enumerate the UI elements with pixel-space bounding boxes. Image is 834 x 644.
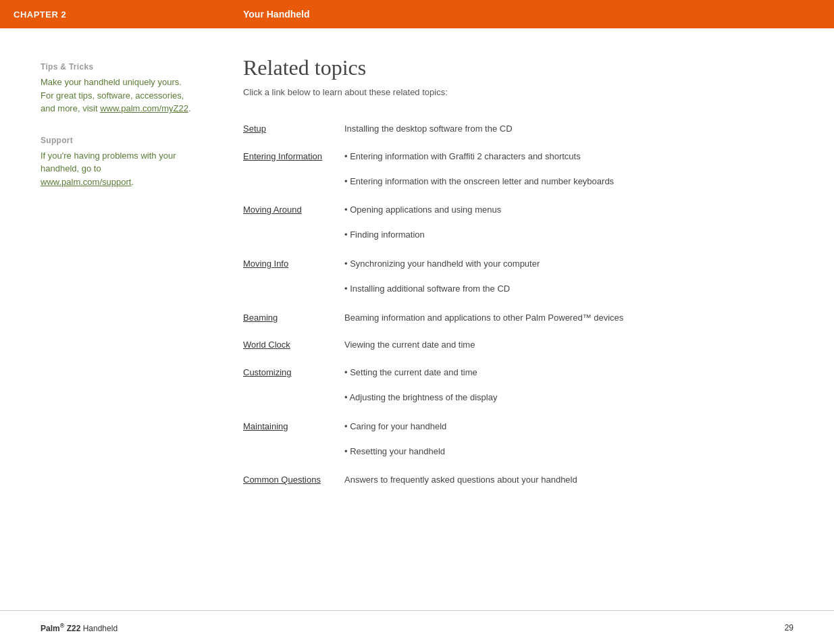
topic-desc-item: Answers to frequently asked questions ab… <box>344 468 820 492</box>
topic-desc-item: Installing the desktop software from the… <box>344 117 820 141</box>
table-row: BeamingBeaming information and applicati… <box>243 306 820 330</box>
tips-link[interactable]: www.palm.com/myZ22 <box>100 103 188 113</box>
topic-link-entering-information[interactable]: Entering Information <box>243 151 322 161</box>
topic-desc-item: Adjusting the brightness of the display <box>344 391 814 405</box>
table-row: CustomizingSetting the current date and … <box>243 361 820 386</box>
main-content: Tips & Tricks Make your handheld uniquel… <box>0 28 834 519</box>
support-text: If you're having problems with your hand… <box>41 149 196 189</box>
footer-left: Palm® Z22 Handheld <box>41 622 118 633</box>
topic-desc-item: Resetting your handheld <box>344 445 814 459</box>
topic-desc-item: Beaming information and applications to … <box>344 306 820 330</box>
topic-desc-item: Setting the current date and time <box>344 366 814 380</box>
support-text-content: If you're having problems with your hand… <box>41 151 176 174</box>
table-row: SetupInstalling the desktop software fro… <box>243 117 820 141</box>
support-title: Support <box>41 136 196 145</box>
topic-desc-item: Opening applications and using menus <box>344 203 814 217</box>
topic-desc-item: Finding information <box>344 228 814 242</box>
tips-section: Tips & Tricks Make your handheld uniquel… <box>41 62 196 115</box>
table-row: MaintainingCaring for your handheld <box>243 415 820 440</box>
table-row: Entering information with the onscreen l… <box>243 170 820 195</box>
topic-link-maintaining[interactable]: Maintaining <box>243 421 288 431</box>
topic-desc-item: Entering information with Graffiti 2 cha… <box>344 150 814 164</box>
topic-desc-item: Caring for your handheld <box>344 420 814 434</box>
support-link[interactable]: www.palm.com/support <box>41 177 131 187</box>
table-row: Finding information <box>243 223 820 248</box>
page-title: Related topics <box>243 55 820 80</box>
table-row: Moving InfoSynchronizing your handheld w… <box>243 252 820 277</box>
topic-desc-item: Synchronizing your handheld with your co… <box>344 257 814 271</box>
table-row: Moving AroundOpening applications and us… <box>243 198 820 223</box>
topic-link-common-questions[interactable]: Common Questions <box>243 475 321 485</box>
table-row: Resetting your handheld <box>243 440 820 465</box>
tips-text: Make your handheld uniquely yours. For g… <box>41 76 196 115</box>
topic-link-moving-around[interactable]: Moving Around <box>243 205 302 215</box>
sidebar: Tips & Tricks Make your handheld uniquel… <box>41 55 216 492</box>
header-bar: CHAPTER 2 Your Handheld <box>0 0 834 28</box>
table-row: Common QuestionsAnswers to frequently as… <box>243 468 820 492</box>
support-section: Support If you're having problems with y… <box>41 136 196 189</box>
chapter-title: Your Handheld <box>243 9 310 20</box>
topic-desc-item: Installing additional software from the … <box>344 282 814 296</box>
topics-table: SetupInstalling the desktop software fro… <box>243 117 820 492</box>
tips-title: Tips & Tricks <box>41 62 196 72</box>
page-number: 29 <box>785 623 793 633</box>
table-row: Adjusting the brightness of the display <box>243 386 820 411</box>
table-row: Entering InformationEntering information… <box>243 145 820 170</box>
topic-link-world-clock[interactable]: World Clock <box>243 340 290 350</box>
topic-desc-item: Viewing the current date and time <box>344 333 820 357</box>
table-row: World ClockViewing the current date and … <box>243 333 820 357</box>
table-row: Installing additional software from the … <box>243 277 820 302</box>
content-area: Related topics Click a link below to lea… <box>216 55 820 492</box>
chapter-label: CHAPTER 2 <box>14 9 243 20</box>
page-subtitle: Click a link below to learn about these … <box>243 87 820 97</box>
topic-link-moving-info[interactable]: Moving Info <box>243 259 288 269</box>
footer: Palm® Z22 Handheld 29 <box>0 610 834 644</box>
topic-link-customizing[interactable]: Customizing <box>243 367 292 377</box>
topic-link-beaming[interactable]: Beaming <box>243 313 278 323</box>
footer-product: Palm® Z22 Handheld <box>41 624 118 633</box>
topic-link-setup[interactable]: Setup <box>243 124 266 134</box>
topic-desc-item: Entering information with the onscreen l… <box>344 175 814 189</box>
